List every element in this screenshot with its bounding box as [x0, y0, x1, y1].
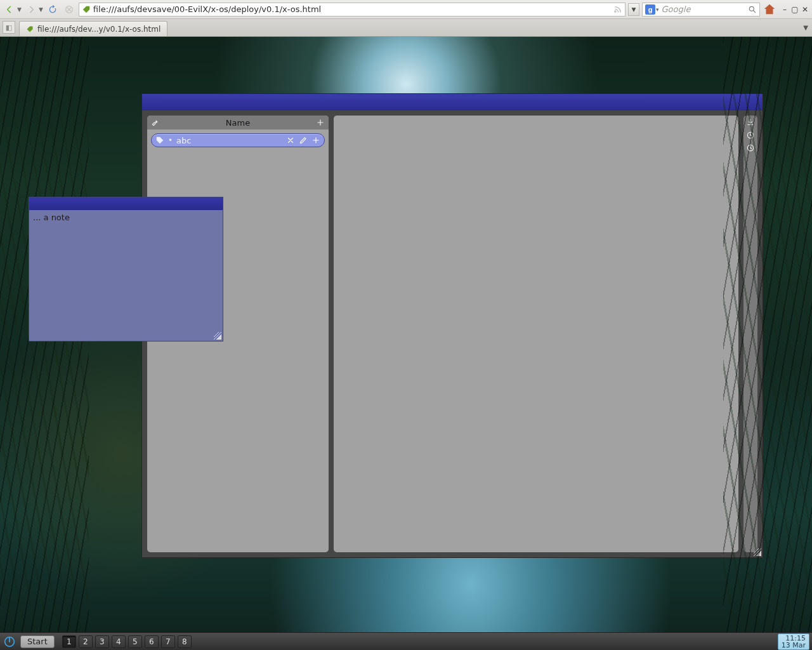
- workspace-button[interactable]: 4: [112, 635, 126, 648]
- svg-point-2: [749, 6, 754, 11]
- left-pane-header: Name: [147, 116, 329, 129]
- search-box[interactable]: g ▾ Google: [642, 3, 760, 17]
- resize-handle[interactable]: [754, 548, 761, 556]
- clock-icon[interactable]: [746, 131, 755, 140]
- workspace-button[interactable]: 7: [161, 635, 175, 648]
- clock[interactable]: 11:15 13 Mar: [778, 633, 809, 650]
- google-engine-icon[interactable]: g: [645, 4, 655, 15]
- tab-label: file:///aufs/dev...y/v0.1/x-os.html: [37, 25, 160, 34]
- workspace-button[interactable]: 6: [145, 635, 159, 648]
- taskbar: Start 12345678 11:15 13 Mar: [0, 632, 812, 650]
- list-item-label: abc: [176, 136, 191, 145]
- workspace-button[interactable]: 2: [79, 635, 93, 648]
- note-body[interactable]: ... a note: [29, 210, 223, 341]
- workspace-button[interactable]: 8: [178, 635, 192, 648]
- right-pane: [334, 116, 738, 552]
- clock-icon[interactable]: [746, 143, 755, 152]
- feed-icon[interactable]: [613, 5, 622, 14]
- list-item[interactable]: • abc: [151, 133, 325, 147]
- plus-icon[interactable]: [311, 136, 320, 145]
- side-rail: [743, 116, 757, 552]
- resize-handle[interactable]: [214, 332, 221, 340]
- page-tag-icon: [82, 5, 91, 14]
- pencil-icon[interactable]: [299, 136, 308, 145]
- maximize-button[interactable]: ▢: [790, 5, 799, 14]
- sidebar-toggle-button[interactable]: ◧: [3, 21, 15, 34]
- workspace-switcher: 12345678: [62, 635, 192, 648]
- workspace-button[interactable]: 1: [62, 635, 76, 648]
- search-engine-dropdown[interactable]: ▾: [656, 6, 659, 13]
- tag-icon: [155, 136, 164, 145]
- svg-point-6: [747, 145, 753, 150]
- url-history-dropdown[interactable]: ▼: [628, 3, 639, 16]
- svg-point-5: [747, 132, 753, 138]
- close-button[interactable]: ✕: [801, 5, 809, 14]
- workspace-button[interactable]: 5: [128, 635, 142, 648]
- note-text: ... a note: [33, 213, 70, 222]
- forward-history-dropdown[interactable]: ▼: [39, 6, 43, 13]
- url-bar[interactable]: file:///aufs/devsave/00-EvilX/x-os/deplo…: [79, 3, 625, 17]
- left-pane-title: Name: [226, 118, 250, 128]
- stop-button[interactable]: [62, 3, 76, 17]
- app-titlebar[interactable]: [142, 94, 763, 110]
- window-controls: – ▢ ✕: [780, 5, 809, 14]
- desktop-area: Name • abc: [0, 37, 812, 632]
- search-submit-icon[interactable]: [748, 5, 757, 14]
- note-window: ... a note: [29, 197, 223, 342]
- workspace-button[interactable]: 3: [95, 635, 109, 648]
- browser-toolbar: ▼ ▼ file:///aufs/devsave/00-EvilX/x-os/d…: [0, 0, 812, 19]
- minimize-button[interactable]: –: [780, 5, 789, 14]
- close-icon[interactable]: [286, 136, 295, 145]
- browser-tab[interactable]: file:///aufs/dev...y/v0.1/x-os.html: [19, 21, 167, 36]
- back-history-dropdown[interactable]: ▼: [17, 6, 22, 13]
- tabs-overflow-dropdown[interactable]: ▼: [803, 24, 808, 31]
- url-text[interactable]: file:///aufs/devsave/00-EvilX/x-os/deplo…: [93, 4, 611, 14]
- svg-point-4: [158, 138, 159, 140]
- wrench-icon[interactable]: [151, 118, 160, 127]
- list-item-bullet: •: [168, 136, 173, 145]
- left-pane-list: • abc: [147, 129, 329, 151]
- browser-tab-strip: ◧ file:///aufs/dev...y/v0.1/x-os.html ▼: [0, 19, 812, 37]
- clock-time: 11:15: [782, 635, 806, 642]
- forward-button[interactable]: [24, 3, 38, 17]
- power-icon[interactable]: [3, 635, 16, 649]
- start-button[interactable]: Start: [20, 635, 55, 648]
- note-titlebar[interactable]: [29, 197, 223, 210]
- reload-button[interactable]: [46, 3, 60, 17]
- clock-date: 13 Mar: [782, 642, 806, 649]
- download-icon[interactable]: [746, 118, 755, 127]
- system-tray: 11:15 13 Mar: [778, 633, 809, 650]
- app-window: Name • abc: [141, 93, 763, 558]
- plus-icon[interactable]: [316, 118, 325, 127]
- tab-favicon: [26, 25, 34, 33]
- search-placeholder: Google: [662, 4, 745, 14]
- back-button[interactable]: [3, 3, 16, 17]
- home-button[interactable]: [763, 3, 776, 17]
- start-label: Start: [27, 637, 48, 646]
